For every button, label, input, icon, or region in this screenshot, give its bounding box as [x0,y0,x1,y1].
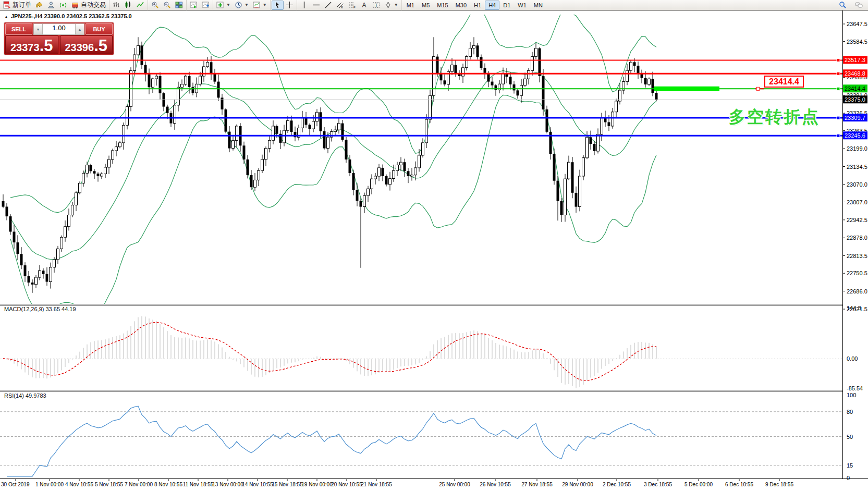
volume-input[interactable]: 1.00 [43,23,75,35]
timeframe-w1[interactable]: W1 [514,1,530,10]
price-tick-label: 23070.0 [847,181,867,188]
shapes-button[interactable]: ▼ [382,1,400,10]
time-tick-label: 5 Nov 18:55 [95,482,123,487]
bucket-button[interactable] [33,1,45,10]
crosshair-button[interactable] [284,1,296,10]
tile-button[interactable] [173,1,185,10]
hline-icon [312,1,320,9]
highlight-bar[interactable] [654,87,719,91]
time-tick-label: 13 Nov 00:00 [212,482,243,487]
chart-play-button[interactable] [188,1,200,10]
chart-title[interactable]: ▲JPN225-,H4 23390.0 23402.5 23362.5 2337… [4,13,132,19]
svg-text:80: 80 [847,409,853,415]
price-badge: 23375.0 [843,95,867,103]
timeframe-m15[interactable]: M15 [433,1,451,10]
shapes-icon [384,1,392,9]
toolbar-group: EFAT▼ [297,0,402,10]
price-tick-label: 23584.5 [847,39,867,45]
buy-price-main: 23396 [65,42,94,53]
text-a-button[interactable]: A [358,1,370,10]
line-anchor[interactable] [837,134,840,137]
fibo-icon: F [348,1,356,9]
price-tick-label: 23647.5 [847,21,867,27]
person-button[interactable] [45,1,57,10]
autotrade-button[interactable]: 自动交易 [69,1,108,10]
chart-canvas[interactable]: 23647.523584.523455.523391.023326.523263… [0,10,868,491]
time-tick-label: 15 Nov 18:55 [272,482,303,487]
line-anchor[interactable] [837,58,840,62]
pivot-annotation-text[interactable]: 多空转折点 [729,106,820,129]
trend-button[interactable] [322,1,334,10]
zoom-in-button[interactable] [149,1,161,10]
new-order-icon [3,1,11,9]
new-order-button[interactable]: 新订单 [1,1,33,10]
svg-text:E: E [341,6,343,9]
timeframe-h4[interactable]: H4 [485,1,499,10]
toolbar-group [148,0,187,10]
price-tick-label: 22813.5 [847,253,867,259]
zoom-out-button[interactable] [161,1,173,10]
chevron-down-icon: ▼ [244,3,249,7]
label-t-button[interactable]: T [370,1,382,10]
fibo-button[interactable]: F [346,1,358,10]
timeframe-group: M1M5M15M30H1H4D1W1MN [402,0,547,10]
line-anchor[interactable] [837,72,840,75]
line-anchor[interactable] [837,116,840,119]
channel-button[interactable]: E [334,1,346,10]
timeframe-m1[interactable]: M1 [403,1,418,10]
time-tick-label: 4 Nov 10:55 [65,482,93,487]
svg-text:-85.54: -85.54 [847,385,863,391]
time-tick-label: 25 Nov 00:00 [439,482,470,487]
svg-text:23414.4: 23414.4 [845,85,865,92]
bars-button[interactable] [111,1,123,10]
collapse-arrow-icon[interactable]: ▲ [4,15,8,19]
zoom-out-icon [163,1,171,9]
timeframe-d1[interactable]: D1 [499,1,514,10]
chat-button[interactable] [853,1,865,10]
svg-text:15: 15 [847,462,853,469]
indicator-add-button[interactable]: ▼ [214,1,233,10]
sell-price-button[interactable]: 23373.5 [5,35,58,54]
vline-button[interactable] [298,1,310,10]
signal-button[interactable] [57,1,69,10]
lines-icon [137,1,144,9]
price-level-tag[interactable]: 23414.4 [764,76,804,88]
bars-icon [113,1,120,9]
sell-button[interactable]: SELL [5,23,32,35]
volume-up-button[interactable]: ▲ [75,23,84,35]
price-tick-label: 23199.0 [847,145,867,152]
svg-text:F: F [353,6,356,9]
timeframe-m30[interactable]: M30 [452,1,470,10]
lines-button[interactable] [135,1,146,10]
hline-button[interactable] [310,1,322,10]
price-tick-label: 22750.5 [847,270,867,276]
chevron-down-icon: ▼ [394,3,398,7]
indicator-add-icon [216,1,224,9]
price-tick-label: 22878.0 [847,235,867,241]
time-tick-label: 14 Nov 10:55 [242,482,273,487]
chat-icon [855,1,863,9]
toolbar-button-label: 自动交易 [81,1,106,9]
person-icon [47,1,55,9]
clock-button[interactable]: ▼ [233,1,251,10]
svg-text:0: 0 [847,475,850,481]
cursor-button[interactable] [272,1,284,10]
template-button[interactable]: ▼ [251,1,269,10]
svg-text:23375.0: 23375.0 [845,96,865,103]
candles-button[interactable] [123,1,135,10]
line-anchor[interactable] [837,87,840,90]
toolbar-right [837,1,868,10]
time-tick-label: 11 Nov 18:55 [183,482,214,487]
timeframe-h1[interactable]: H1 [470,1,485,10]
time-tick-label: 1 Nov 00:00 [35,482,64,487]
buy-button[interactable]: BUY [85,23,113,35]
volume-down-button[interactable]: ▼ [33,23,43,35]
chart-plus-button[interactable] [200,1,212,10]
search-button[interactable] [837,1,849,10]
vline-icon [300,1,308,9]
text-a-icon: A [360,1,368,9]
timeframe-m5[interactable]: M5 [418,1,433,10]
buy-price-button[interactable]: 23396.5 [60,35,113,54]
chevron-down-icon: ▼ [226,3,230,7]
timeframe-mn[interactable]: MN [530,1,546,10]
